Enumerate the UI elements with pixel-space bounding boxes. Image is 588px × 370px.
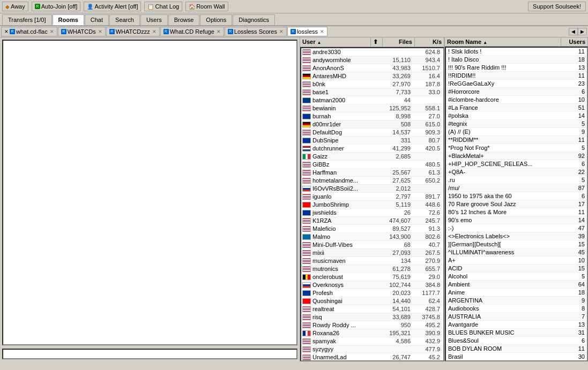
user-row[interactable]: Harffman 25,567 61.3 <box>301 169 443 177</box>
room-row[interactable]: +HIP_HOP_SCENE_RELEAS... 6 <box>446 160 587 168</box>
col-header-room-users[interactable]: Users <box>561 37 588 46</box>
user-row[interactable]: DefaultDog 14,537 909.3 <box>301 129 443 137</box>
room-tab-close-4[interactable]: ✕ <box>279 29 284 34</box>
user-row[interactable]: b0nk 27,970 187.8 <box>301 80 443 88</box>
user-row[interactable]: JumboShrimp 5,119 448.6 <box>301 201 443 209</box>
user-row[interactable]: I6OvVRsBSoii2... 2,012 <box>301 185 443 193</box>
user-row[interactable]: Overknosys 102,744 384.8 <box>301 281 443 289</box>
chat-input[interactable] <box>2 349 297 359</box>
user-row[interactable]: andre3030 624.8 <box>301 48 443 56</box>
room-row[interactable]: ][German][Deutsch][ 15 <box>446 240 587 248</box>
user-row[interactable]: Mini-Duff-Vibes 68 40.7 <box>301 241 443 249</box>
room-list-body[interactable]: ! Slsk Idiots ! 11 ! Italo Disco 18 !!! … <box>445 47 588 361</box>
user-row[interactable]: Maleficio 89,527 91.3 <box>301 225 443 233</box>
room-tab-2[interactable]: R WHATCDzzz ✕ <box>106 27 160 36</box>
tab-rooms[interactable]: Rooms <box>53 14 84 25</box>
room-row[interactable]: Anime 18 <box>446 289 587 297</box>
user-row[interactable]: risq 33,689 3745.8 <box>301 313 443 321</box>
user-row[interactable]: Roxana26 195,321 390.9 <box>301 329 443 337</box>
room-row[interactable]: Alcohol 5 <box>446 273 587 281</box>
room-row[interactable]: +BlackMetal+ 92 <box>446 152 587 160</box>
user-row[interactable]: musicmaven 134 270.9 <box>301 257 443 265</box>
user-row[interactable]: Quoshingai 14,440 62.4 <box>301 297 443 305</box>
user-row[interactable]: burnah 8,998 27.0 <box>301 112 443 120</box>
chat-messages[interactable] <box>2 40 297 345</box>
user-row[interactable]: hotmetalandme... 27,625 650.2 <box>301 177 443 185</box>
prev-tab-button[interactable]: ◀ <box>569 28 578 35</box>
user-list-body[interactable]: andre3030 624.8 andywormhole 15,110 943.… <box>300 47 444 361</box>
room-row[interactable]: #Horrorcore 6 <box>446 88 587 96</box>
user-row[interactable]: AnonAnonS 43,983 1510.7 <box>301 64 443 72</box>
user-row[interactable]: spamyak 4,586 432.9 <box>301 337 443 345</box>
support-button[interactable]: Support Soulseek! <box>528 2 586 11</box>
room-row[interactable]: #tegnix 5 <box>446 120 587 128</box>
close-icon-0[interactable]: ✕ <box>4 29 9 34</box>
room-row[interactable]: !ReGGaeGaLaXy 23 <box>446 80 587 88</box>
tab-diagnostics[interactable]: Diagnostics <box>233 14 275 25</box>
tab-browse[interactable]: Browse <box>168 14 200 25</box>
room-row[interactable]: ^ILLUMINATI^awareness 45 <box>446 248 587 256</box>
user-row[interactable]: DubSnipe 331 80.7 <box>301 137 443 145</box>
room-row[interactable]: 1950 to 1975 aka the 60 6 <box>446 192 587 200</box>
room-row[interactable]: AUSTRALIA 7 <box>446 313 587 321</box>
room-row[interactable]: **RIDDIM** 11 <box>446 136 587 144</box>
tab-transfers[interactable]: Transfers [1/0] <box>2 14 52 25</box>
room-row[interactable]: breakbeat 16 <box>446 361 587 361</box>
room-row[interactable]: Blues&Soul 6 <box>446 337 587 345</box>
room-row[interactable]: BLUES BUNKER MUSIC 31 <box>446 329 587 337</box>
user-row[interactable]: bewianin 125,952 558.1 <box>301 104 443 112</box>
user-row[interactable]: K1RZA 474,607 245.7 <box>301 217 443 225</box>
room-row[interactable]: 70 Rare groove Soul Jazz 17 <box>446 200 587 208</box>
col-header-user[interactable]: User ▲ <box>300 37 371 47</box>
next-tab-button[interactable]: ▶ <box>578 28 587 35</box>
room-row[interactable]: (A) // (E) 9 <box>446 128 587 136</box>
user-row[interactable]: Gaizz 2,685 <box>301 153 443 161</box>
room-row[interactable]: ACID 15 <box>446 265 587 273</box>
away-button[interactable]: ◆ Away <box>2 2 28 11</box>
room-row[interactable]: ARGENTINA 9 <box>446 297 587 305</box>
room-row[interactable]: ! Italo Disco 18 <box>446 56 587 64</box>
room-tab-1[interactable]: R WHATCDs ✕ <box>58 27 106 36</box>
room-row[interactable]: #La France 51 <box>446 104 587 112</box>
activity-button[interactable]: 👤 Activity Alert [off] <box>84 2 141 11</box>
user-row[interactable]: d00mr1der 508 615.0 <box>301 120 443 129</box>
user-row[interactable]: iguanlo 2,797 891.7 <box>301 193 443 201</box>
user-row[interactable]: Malmo 143,900 802.6 <box>301 233 443 241</box>
user-row[interactable]: jwshields 26 72.6 <box>301 209 443 217</box>
autojoin-button[interactable]: R Auto-Join [off] <box>32 2 81 11</box>
user-row[interactable]: mutronics 61,278 655.7 <box>301 265 443 273</box>
room-tab-5[interactable]: R lossless ✕ <box>287 27 328 36</box>
room-tab-close-2[interactable]: ✕ <box>152 29 157 34</box>
room-row[interactable]: .ru 5 <box>446 176 587 184</box>
user-row[interactable]: Rowdy Roddy ... 950 495.2 <box>301 321 443 329</box>
tab-search[interactable]: Search <box>109 14 140 25</box>
room-row[interactable]: :-) 47 <box>446 224 587 232</box>
user-row[interactable]: base1 7,733 33.0 <box>301 88 443 96</box>
user-row[interactable]: realtreat 54,101 428.7 <box>301 305 443 313</box>
room-row[interactable]: <>Electronics Labels<> 39 <box>446 232 587 240</box>
room-row[interactable]: !!! 90's Rare Riddim !!! 13 <box>446 64 587 72</box>
chatlog-button[interactable]: 📋 Chat Log <box>144 2 182 11</box>
room-row[interactable]: #iclombre-hardcore 10 <box>446 96 587 104</box>
tab-chat[interactable]: Chat <box>85 14 109 25</box>
room-row[interactable]: Avantgarde 13 <box>446 321 587 329</box>
roomwall-button[interactable]: 🏠 Room Wall <box>185 2 228 11</box>
room-row[interactable]: *Prog Not Frog* 5 <box>446 144 587 152</box>
col-header-upload[interactable]: ⬆ <box>371 37 383 47</box>
room-row[interactable]: Audiobooks 8 <box>446 305 587 313</box>
room-tab-4[interactable]: R Lossless Scores ✕ <box>225 27 287 36</box>
room-row[interactable]: /mu/ 87 <box>446 184 587 192</box>
user-row[interactable]: batman2000 44 <box>301 96 443 104</box>
room-row[interactable]: Brasil 30 <box>446 353 587 361</box>
user-row[interactable]: onclerobust 75,619 29.0 <box>301 273 443 281</box>
room-tab-3[interactable]: R What.CD Refuge ✕ <box>160 27 224 36</box>
room-tab-0[interactable]: ✕ R what.cd-flac ✕ <box>1 27 57 36</box>
room-row[interactable]: A+ 10 <box>446 256 587 265</box>
user-row[interactable]: andywormhole 15,110 943.4 <box>301 56 443 64</box>
user-row[interactable]: AntaresMHD 33,269 16.4 <box>301 72 443 80</box>
room-row[interactable]: BOB DYLAN ROOM 11 <box>446 345 587 353</box>
user-row[interactable]: syzygyy 477.9 <box>301 345 443 353</box>
user-row[interactable]: Profesh 20,023 1177.7 <box>301 289 443 297</box>
user-row[interactable]: dutchrunner 41,299 420.5 <box>301 145 443 153</box>
room-tab-close-0[interactable]: ✕ <box>50 29 54 34</box>
